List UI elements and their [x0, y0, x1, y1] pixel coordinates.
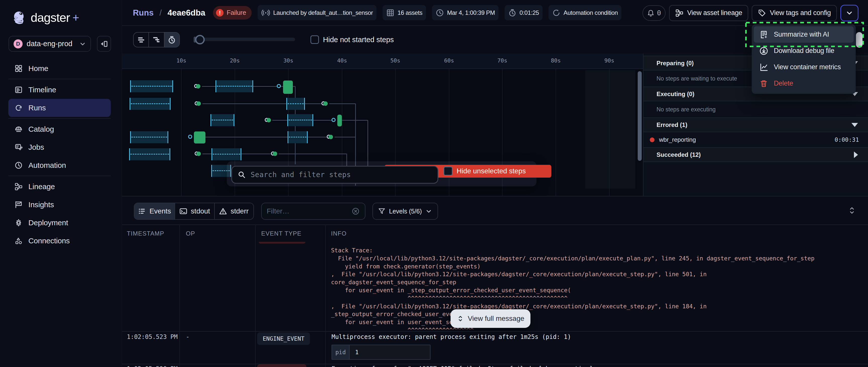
tab-events[interactable]: Events	[134, 203, 175, 219]
step-section-title: Errored (1)	[656, 122, 687, 128]
event-type-badge: ENGINE_EVENT	[257, 332, 310, 345]
axis-tick-label: 50s	[390, 58, 400, 64]
org-name: data-eng-prod	[27, 40, 80, 48]
org-selector[interactable]: D data-eng-prod	[8, 36, 91, 52]
gantt-zoom-slider-handle[interactable]	[195, 35, 205, 44]
gantt-step-bar-pending[interactable]	[287, 131, 308, 143]
sidebar-item-deployment[interactable]: Deployment	[8, 214, 111, 232]
step-section-title: Preparing (0)	[656, 60, 694, 67]
sidebar-item-jobs[interactable]: Jobs	[8, 138, 111, 156]
sidebar-item-label: Deployment	[28, 219, 68, 227]
gantt-step-bar-pending[interactable]	[211, 114, 234, 126]
menu-item-summarize-with-ai[interactable]: Summarize with AI	[754, 26, 854, 43]
sidebar-item-runs[interactable]: Runs	[8, 99, 111, 117]
gantt-mode-flat-button[interactable]	[134, 33, 149, 47]
step-section-header-4[interactable]: Succeeded (12)	[644, 147, 868, 162]
hide-not-started-checkbox[interactable]	[310, 35, 319, 44]
view-full-message-button[interactable]: View full message	[451, 309, 530, 328]
breadcrumb: Runs / 4eae6dba	[133, 8, 205, 18]
run-tag-label: Launched by default_aut…tion_sensor	[273, 9, 373, 16]
gantt-step-bar-pending[interactable]	[216, 80, 253, 92]
gantt-step-bar-success[interactable]	[194, 131, 206, 143]
cell-timestamp: 1:02:05.596 PM	[127, 365, 178, 367]
menu-item-download-debug-file[interactable]: Download debug file	[754, 43, 854, 59]
condition-icon	[552, 8, 561, 17]
sidebar-item-timeline[interactable]: Timeline	[8, 81, 111, 99]
step-section-title: Executing (0)	[656, 91, 694, 98]
view-asset-lineage-button[interactable]: View asset lineage	[669, 5, 748, 21]
run-actions-menu-button[interactable]	[840, 5, 859, 21]
log-filter-input[interactable]: Filter…	[261, 203, 366, 220]
column-header-event-type: EVENT TYPE	[261, 230, 302, 237]
eventlist-icon	[138, 207, 146, 215]
view-tags-and-config-button[interactable]: View tags and config	[752, 5, 837, 21]
step-search-input[interactable]: Search and filter steps	[231, 166, 438, 184]
gantt-connector	[329, 103, 355, 104]
run-tag-automation[interactable]: Automation condition	[549, 5, 621, 20]
sidebar-item-insights[interactable]: Insights	[8, 196, 111, 214]
levels-filter-button[interactable]: Levels (5/6)	[372, 203, 438, 220]
logo[interactable]: dagster +	[12, 10, 79, 25]
hide-unselected-checkbox[interactable]	[443, 167, 453, 176]
view-full-message-label: View full message	[468, 314, 524, 323]
failure-icon: !	[216, 9, 223, 16]
log-filter-placeholder: Filter…	[267, 207, 351, 215]
gantt-connector	[305, 103, 324, 104]
alerts-button[interactable]: 0	[643, 5, 665, 21]
menu-item-view-container-metrics[interactable]: View container metrics	[754, 59, 854, 75]
stack-trace-line: _step_output_error_checked_user_event_se…	[331, 310, 868, 318]
brand-name: dagster	[31, 10, 70, 25]
run-tags: Launched by default_aut…tion_sensor16 as…	[252, 5, 621, 20]
tab-stdout[interactable]: stdout	[175, 203, 215, 219]
sidebar-item-catalog[interactable]: Catalog	[8, 120, 111, 138]
gantt-step-bar-success[interactable]	[337, 114, 342, 127]
menu-item-label: Summarize with AI	[774, 31, 829, 38]
sidebar-item-connections[interactable]: Connections	[8, 232, 111, 250]
tab-label: stderr	[230, 207, 249, 215]
gantt-vertical-scrollbar[interactable]	[638, 71, 642, 161]
stack-trace-line: , File "/usr/local/lib/python3.12/site-p…	[331, 303, 868, 310]
gantt-step-bar-pending[interactable]	[130, 98, 170, 110]
topbar: Runs / 4eae6dba ! Failure Launched by de…	[122, 0, 868, 26]
gantt-step-bar-pending[interactable]	[130, 131, 168, 143]
gantt-step-bar-pending[interactable]	[130, 80, 173, 92]
run-tag-duration[interactable]: 0:01:25	[504, 5, 542, 20]
sidebar-item-home[interactable]: Home	[8, 60, 111, 77]
gantt-step-bar-pending[interactable]	[212, 148, 241, 160]
hide-unselected-label: Hide unselected steps	[457, 167, 526, 175]
gantt-connector	[202, 86, 216, 87]
trash-icon	[759, 79, 768, 88]
gantt-step-bar-success[interactable]	[283, 80, 293, 94]
step-row-wbr_reporting[interactable]: wbr_reporting0:00:31	[644, 132, 868, 147]
gantt-zoom-slider[interactable]	[195, 38, 295, 41]
gantt-mode-switcher	[133, 32, 180, 47]
metadata-value: 1	[350, 345, 430, 359]
panel-slider-handle[interactable]	[856, 32, 863, 48]
collapse-sidebar-button[interactable]	[97, 36, 111, 52]
gantt-step-bar-pending[interactable]	[129, 148, 170, 160]
sidebar-item-label: Automation	[28, 161, 66, 170]
gantt-step-bar-pending[interactable]	[287, 114, 313, 126]
step-section-header-3[interactable]: Errored (1)	[644, 118, 868, 132]
clear-filter-icon[interactable]	[351, 207, 360, 215]
column-divider	[325, 225, 326, 367]
stack-trace-line: ^^^^^^^^^^^^^^^^^^^^^^^^^^^^^^^^^^^^^^^^…	[331, 295, 868, 303]
gantt-mode-waterfall-button[interactable]	[149, 33, 164, 47]
run-tag-launched-by[interactable]: Launched by default_aut…tion_sensor	[258, 5, 376, 20]
breadcrumb-runs-link[interactable]: Runs	[133, 8, 154, 17]
tab-stderr[interactable]: stderr	[215, 203, 253, 219]
sidebar-item-lineage[interactable]: Lineage	[8, 177, 111, 196]
clock-icon	[435, 8, 444, 17]
run-tag-started-at[interactable]: Mar 4, 1:00:39 PM	[432, 5, 499, 20]
menu-item-delete[interactable]: Delete	[754, 75, 854, 92]
expand-log-button[interactable]	[846, 204, 858, 216]
breadcrumb-run-id: 4eae6dba	[167, 8, 205, 17]
stack-trace-line: , File "/usr/local/lib/python3.12/site-p…	[331, 270, 868, 278]
run-tag-assets[interactable]: 16 assets	[382, 5, 426, 20]
gantt-bar-dash	[289, 137, 306, 137]
dagster-run-page: dagster + D data-eng-prod HomeTimelineRu…	[0, 0, 868, 367]
status-badge: ! Failure	[213, 6, 251, 20]
gantt-mode-timed-button[interactable]	[164, 33, 179, 47]
gantt-step-bar-pending[interactable]	[286, 98, 305, 110]
sidebar-item-automation[interactable]: Automation	[8, 156, 111, 174]
